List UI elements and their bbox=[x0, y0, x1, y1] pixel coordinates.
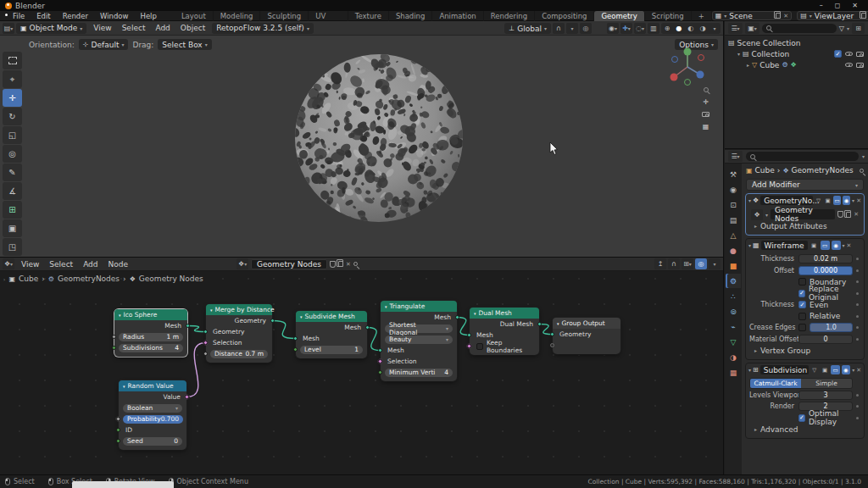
zoom-icon[interactable] bbox=[704, 87, 709, 92]
outliner-row-cube[interactable]: ▸▽Cube⚙❖ bbox=[725, 59, 868, 70]
expand-icon[interactable]: ▾ bbox=[748, 367, 751, 373]
disable-render-icon[interactable] bbox=[856, 52, 864, 57]
tool-select-box-icon[interactable] bbox=[3, 52, 22, 69]
animate-dot-icon[interactable] bbox=[856, 292, 859, 295]
properties-tab-object-data[interactable]: ▽ bbox=[726, 335, 741, 349]
disable-render-icon[interactable] bbox=[856, 63, 864, 68]
node-menu-select[interactable]: Select bbox=[44, 260, 78, 269]
socket-seed[interactable] bbox=[116, 439, 120, 443]
realtime-toggle-icon[interactable]: ▭ bbox=[831, 365, 839, 374]
render-toggle-icon[interactable]: ◉ bbox=[832, 241, 841, 250]
scene-selector[interactable]: ▦▾ Scene ✕ bbox=[712, 11, 792, 20]
value-slider-disabled[interactable]: 1.0 bbox=[810, 323, 853, 332]
geometry-node-editor[interactable]: ▾Ico SphereMeshRadius1 mSubdivisions4▾Ra… bbox=[0, 257, 724, 474]
snap-settings-dropdown[interactable]: ▾ bbox=[566, 23, 578, 34]
value-field[interactable]: 3 bbox=[798, 391, 853, 400]
tool-add-cube-icon[interactable]: ⊞ bbox=[3, 201, 22, 219]
breadcrumb-back-icon[interactable]: › bbox=[3, 276, 5, 282]
navigation-gizmo[interactable] bbox=[664, 43, 711, 91]
value-slider[interactable]: 0.0000 bbox=[798, 266, 853, 275]
socket-mesh[interactable] bbox=[293, 336, 298, 341]
collapsed-panel-vertex-group[interactable]: ▸Vertex Group bbox=[749, 345, 860, 356]
viewport-menu-object[interactable]: Object bbox=[175, 24, 210, 32]
workspace-tab-+[interactable]: + bbox=[692, 11, 712, 21]
tool-rotate-icon[interactable]: ↻ bbox=[3, 108, 22, 125]
tool-transform-icon[interactable]: ◎ bbox=[3, 145, 22, 163]
node-header[interactable]: ▾Triangulate bbox=[381, 301, 457, 312]
socket-empty[interactable] bbox=[550, 343, 554, 347]
workspace-tab-animation[interactable]: Animation bbox=[432, 11, 483, 21]
edit-mode-toggle-icon[interactable]: ▣ bbox=[810, 241, 819, 250]
outliner-row-scene-collection[interactable]: ▤Scene Collection bbox=[725, 37, 868, 48]
properties-tab-material[interactable]: ◑ bbox=[726, 350, 741, 364]
tool-cursor-icon[interactable]: ⌖ bbox=[3, 70, 22, 88]
menu-file[interactable]: File bbox=[7, 11, 31, 21]
node-breadcrumb-object[interactable]: Cube bbox=[19, 274, 38, 283]
collapse-icon[interactable]: ▾ bbox=[119, 313, 121, 318]
overlays-dropdown[interactable]: ◌▾ bbox=[634, 23, 646, 34]
socket-keep-boundaries[interactable] bbox=[466, 343, 472, 349]
tool-retopoflow-icon[interactable]: ▣ bbox=[3, 219, 22, 237]
socket-level[interactable] bbox=[293, 347, 298, 352]
expand-icon[interactable]: ▾ bbox=[748, 242, 751, 248]
menu-help[interactable]: Help bbox=[134, 11, 162, 21]
render-toggle-icon[interactable]: ◉ bbox=[842, 365, 850, 374]
node-value-field[interactable]: Radius1 m bbox=[119, 333, 183, 341]
node-header[interactable]: ▾Ico Sphere bbox=[114, 309, 187, 320]
node-header[interactable]: ▾Group Output bbox=[553, 318, 620, 329]
modifier-name[interactable]: Wireframe bbox=[761, 241, 808, 250]
xray-toggle-icon[interactable]: ▥ bbox=[648, 23, 659, 34]
properties-tab-tool[interactable]: ⚒ bbox=[726, 167, 741, 181]
remove-modifier-icon[interactable]: ✕ bbox=[856, 367, 861, 374]
breadcrumb-modifier[interactable]: GeometryNodes bbox=[792, 166, 854, 175]
voronoi-sphere-object[interactable] bbox=[292, 51, 466, 225]
workspace-tab-compositing[interactable]: Compositing bbox=[535, 11, 594, 21]
node-value-slider[interactable]: Probability0.700 bbox=[123, 415, 183, 424]
node-tree-name[interactable]: Geometry Nodes bbox=[251, 259, 327, 269]
transform-orientation-dropdown[interactable]: ⊥Global▾ bbox=[504, 23, 551, 34]
node-value-field[interactable]: Minimum Verti4 bbox=[385, 369, 453, 377]
tool-move-icon[interactable]: ✛ bbox=[3, 89, 22, 107]
shading-material-icon[interactable]: ◐ bbox=[685, 23, 697, 34]
shading-rendered-icon[interactable]: ◑ bbox=[697, 23, 709, 34]
realtime-toggle-icon[interactable]: ▭ bbox=[833, 196, 841, 205]
overlays-dropdown[interactable]: ▾ bbox=[709, 258, 721, 269]
shading-dropdown[interactable]: ▾ bbox=[709, 23, 721, 34]
socket-mesh[interactable] bbox=[378, 348, 382, 352]
retopoflow-dropdown[interactable]: RetopoFlow 3.2.5 (self)▾ bbox=[212, 23, 314, 34]
properties-tab-object[interactable]: ■ bbox=[726, 258, 741, 273]
visibility-dropdown[interactable]: ◉▾ bbox=[607, 23, 619, 34]
expander-icon[interactable]: ▾ bbox=[737, 51, 740, 57]
workspace-tab-geometry-nodes[interactable]: Geometry Nodes bbox=[594, 11, 644, 21]
collapse-icon[interactable]: ▾ bbox=[210, 308, 213, 313]
new-collection-icon[interactable]: ⊞ bbox=[852, 23, 865, 34]
node-group-name[interactable]: Geometry Nodes bbox=[771, 209, 835, 219]
menu-window[interactable]: Window bbox=[94, 11, 135, 21]
node-canvas[interactable]: ▾Ico SphereMeshRadius1 mSubdivisions4▾Ra… bbox=[0, 258, 723, 474]
socket-subdivisions[interactable] bbox=[112, 346, 116, 350]
orientation-dropdown[interactable]: ⊹Default▾ bbox=[79, 39, 129, 50]
socket-minimum-verti[interactable] bbox=[378, 370, 382, 374]
node-tree-icon[interactable]: ❖▾ bbox=[236, 258, 248, 269]
gizmo-x-neg[interactable] bbox=[698, 55, 704, 61]
edit-mode-toggle-icon[interactable]: ▣ bbox=[821, 365, 829, 374]
node-header[interactable]: ▾Random Value bbox=[119, 380, 186, 391]
socket-probability[interactable] bbox=[115, 416, 121, 422]
properties-tab-constraints[interactable]: ⌁ bbox=[726, 319, 741, 334]
properties-editor-type-icon[interactable]: ☰▾ bbox=[728, 151, 743, 162]
filter-funnel-icon[interactable]: ▽ bbox=[839, 25, 844, 32]
gizmo-z-neg[interactable] bbox=[672, 57, 678, 63]
segment-simple[interactable]: Simple bbox=[801, 379, 852, 388]
tool-annotate-icon[interactable]: ✎ bbox=[3, 164, 22, 181]
node-value-field[interactable]: Distance0.7 m bbox=[210, 350, 268, 358]
unlink-node-group-icon[interactable]: ✕ bbox=[854, 211, 859, 218]
properties-tab-modifiers[interactable]: ⚙ bbox=[726, 274, 741, 288]
editor-type-icon[interactable]: ▤▾ bbox=[3, 23, 14, 34]
properties-tab-texture[interactable]: ▦ bbox=[726, 365, 741, 380]
node-triangulate[interactable]: ▾TriangulateMeshShortest Diagonal▾Beauty… bbox=[381, 301, 457, 381]
viewport-3d[interactable]: ▤▾ ▣Object Mode▾ ViewSelectAddObject Ret… bbox=[0, 21, 724, 257]
node-value-field[interactable]: Seed0 bbox=[123, 437, 182, 446]
socket-selection[interactable] bbox=[377, 358, 383, 364]
value-field[interactable]: 0.02 m bbox=[798, 254, 853, 263]
snap-magnet-icon[interactable]: ∩ bbox=[668, 258, 680, 269]
